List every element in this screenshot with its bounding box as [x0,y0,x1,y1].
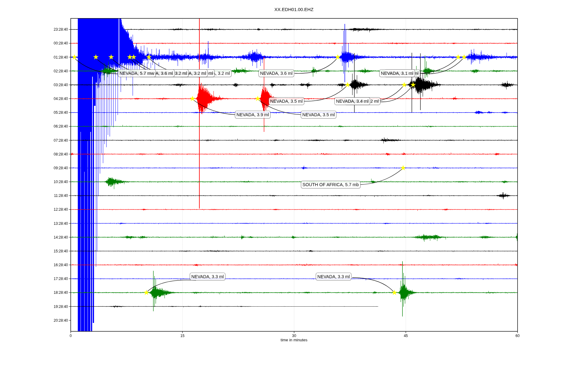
svg-text:03:28:40: 03:28:40 [54,83,68,87]
svg-text:NEVADA, 3.9 ml: NEVADA, 3.9 ml [236,112,269,117]
svg-text:09:28:40: 09:28:40 [54,166,68,170]
svg-text:11:28:40: 11:28:40 [54,194,68,198]
svg-text:XX.EDH01.00.EHZ: XX.EDH01.00.EHZ [274,7,314,12]
svg-text:NEVADA, 3.5 ml: NEVADA, 3.5 ml [270,99,303,104]
svg-text:NEVADA, 3.1 ml: NEVADA, 3.1 ml [381,71,413,76]
svg-text:12:28:40: 12:28:40 [54,207,68,212]
svg-text:NEVADA, 3.3 ml: NEVADA, 3.3 ml [191,274,224,279]
svg-text:15: 15 [180,334,185,338]
svg-text:02:28:40: 02:28:40 [54,69,68,73]
svg-text:20:28:40: 20:28:40 [54,318,68,323]
svg-text:NEVADA, 3.4 ml: NEVADA, 3.4 ml [336,99,368,104]
svg-text:17:28:40: 17:28:40 [54,277,68,281]
svg-text:16:28:40: 16:28:40 [54,263,68,267]
svg-text:18:28:40: 18:28:40 [54,290,68,295]
svg-text:NEVADA, 3.5 ml: NEVADA, 3.5 ml [302,112,335,117]
svg-text:13:28:40: 13:28:40 [54,221,68,226]
svg-text:NEVADA, 5.7 mw: NEVADA, 5.7 mw [119,71,154,76]
svg-text:07:28:40: 07:28:40 [54,138,68,143]
svg-text:08:28:40: 08:28:40 [54,152,68,156]
svg-text:19:28:40: 19:28:40 [54,305,68,309]
svg-text:06:28:40: 06:28:40 [54,124,68,128]
svg-text:0: 0 [70,334,72,338]
svg-text:60: 60 [515,334,520,338]
svg-text:NEVADA, 3.3 ml: NEVADA, 3.3 ml [317,274,350,279]
svg-text:01:28:40: 01:28:40 [54,55,68,59]
svg-text:10:28:40: 10:28:40 [54,180,68,184]
svg-text:04:28:40: 04:28:40 [54,97,68,101]
svg-text:NEVADA, 3.6 ml: NEVADA, 3.6 ml [260,71,292,76]
svg-text:15:28:40: 15:28:40 [54,249,68,253]
svg-text:45: 45 [404,334,408,338]
svg-text:00:28:40: 00:28:40 [54,41,68,45]
svg-text:time in minutes: time in minutes [281,338,307,342]
svg-text:23:28:40: 23:28:40 [54,27,68,32]
svg-text:05:28:40: 05:28:40 [54,110,68,115]
svg-text:SOUTH OF AFRICA, 5.7 mb: SOUTH OF AFRICA, 5.7 mb [303,182,359,187]
svg-text:14:28:40: 14:28:40 [54,235,68,240]
